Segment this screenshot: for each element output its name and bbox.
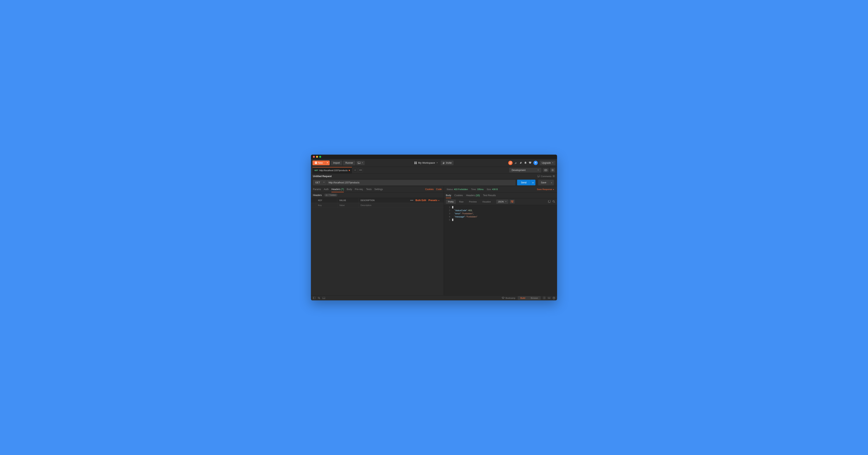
- view-raw[interactable]: Raw: [457, 200, 466, 204]
- env-preview-icon[interactable]: [543, 168, 549, 172]
- url-input[interactable]: [327, 180, 516, 185]
- layout-icon[interactable]: [543, 297, 546, 299]
- person-plus-icon: [443, 162, 445, 164]
- svg-rect-3: [414, 162, 415, 163]
- copy-icon[interactable]: [548, 200, 551, 203]
- hidden-headers-toggle[interactable]: 7 hidden: [324, 193, 337, 196]
- environment-selector[interactable]: Development ▼: [509, 168, 541, 173]
- tab-headers[interactable]: Headers (7): [332, 186, 344, 192]
- sync-icon[interactable]: [508, 161, 513, 165]
- browse-toggle[interactable]: Browse: [528, 296, 541, 300]
- save-response-button[interactable]: Save Response ▼: [537, 188, 554, 190]
- tab-body[interactable]: Body: [347, 186, 352, 192]
- col-description: DESCRIPTION ••• Bulk Edit Presets ▼: [359, 198, 444, 203]
- bell-icon[interactable]: [524, 161, 527, 164]
- new-button[interactable]: New: [312, 160, 325, 165]
- minimize-window-button[interactable]: [316, 156, 318, 158]
- code-link[interactable]: Code: [436, 188, 442, 191]
- time-value: 195ms: [477, 188, 484, 190]
- import-button[interactable]: Import: [331, 160, 342, 165]
- graduation-icon: [502, 297, 504, 299]
- response-toolbar: Pretty Raw Preview Visualize JSON▼: [444, 199, 557, 205]
- bulk-edit-link[interactable]: Bulk Edit: [415, 199, 426, 202]
- cookies-link[interactable]: Cookies: [425, 188, 434, 191]
- svg-point-10: [552, 170, 553, 171]
- maximize-window-button[interactable]: [319, 156, 321, 158]
- upgrade-label: Upgrade: [542, 161, 551, 164]
- svg-point-24: [548, 297, 549, 298]
- response-pane: Status: 403 Forbidden Time: 195ms Size: …: [444, 186, 557, 295]
- send-dropdown-button[interactable]: ▼: [530, 180, 535, 185]
- svg-point-7: [443, 162, 444, 163]
- eye-icon: [326, 194, 328, 196]
- header-desc-input[interactable]: [361, 204, 442, 206]
- tab-settings[interactable]: Settings: [374, 186, 383, 192]
- tab-params[interactable]: Params: [313, 186, 321, 192]
- resp-tab-cookies[interactable]: Cookies: [454, 193, 463, 198]
- help-icon[interactable]: [553, 297, 555, 299]
- tab-prereq[interactable]: Pre-req.: [355, 186, 363, 192]
- comments-button[interactable]: Comments 0: [537, 175, 555, 178]
- top-right-tools: H Upgrade ▼: [508, 160, 556, 165]
- request-tab[interactable]: GET http://localhost:1337/products: [312, 167, 352, 173]
- invite-button[interactable]: Invite: [441, 160, 454, 165]
- save-button[interactable]: Save: [538, 180, 549, 185]
- satellite-icon[interactable]: [515, 161, 518, 164]
- close-window-button[interactable]: [313, 156, 315, 158]
- svg-point-18: [318, 297, 319, 298]
- new-window-button[interactable]: ▼: [356, 161, 365, 165]
- request-name[interactable]: Untitled Request: [313, 175, 332, 178]
- tab-options-button[interactable]: •••: [358, 168, 363, 173]
- header-key-input[interactable]: [318, 204, 335, 206]
- upgrade-button[interactable]: Upgrade ▼: [540, 160, 556, 165]
- heart-icon[interactable]: [529, 161, 531, 164]
- comment-icon: [537, 175, 540, 177]
- user-avatar[interactable]: H: [533, 161, 538, 165]
- svg-rect-14: [549, 200, 550, 202]
- svg-rect-5: [414, 163, 415, 164]
- svg-rect-23: [548, 297, 550, 299]
- svg-point-15: [553, 201, 554, 202]
- header-row-options[interactable]: •••: [410, 199, 413, 202]
- headers-subheader: Headers 7 hidden: [311, 192, 444, 198]
- resp-tab-headers[interactable]: Headers (10): [466, 193, 480, 198]
- resp-tab-test-results[interactable]: Test Results: [483, 193, 496, 198]
- wrap-lines-button[interactable]: [509, 200, 515, 204]
- sidebar-toggle-icon[interactable]: [313, 297, 315, 299]
- runner-button[interactable]: Runner: [343, 160, 355, 165]
- grid-icon: [414, 162, 417, 164]
- tab-tests[interactable]: Tests: [366, 186, 372, 192]
- presets-dropdown[interactable]: Presets ▼: [429, 199, 440, 202]
- headers-input-row: [311, 203, 444, 208]
- new-tab-button[interactable]: +: [353, 168, 358, 173]
- request-section-tabs: Params Auth Headers (7) Body Pre-req. Te…: [311, 186, 444, 192]
- view-visualize[interactable]: Visualize: [480, 200, 493, 204]
- console-icon[interactable]: [322, 297, 325, 299]
- keyboard-icon[interactable]: [548, 297, 550, 299]
- unsaved-dot-icon: [349, 170, 350, 171]
- format-selector[interactable]: JSON▼: [496, 200, 508, 204]
- comments-count: 0: [552, 175, 555, 177]
- new-button-label: New: [318, 161, 323, 164]
- search-icon[interactable]: [553, 200, 555, 203]
- comments-label: Comments: [541, 175, 551, 178]
- view-pretty[interactable]: Pretty: [446, 200, 456, 204]
- svg-point-9: [546, 170, 546, 171]
- tab-auth[interactable]: Auth: [324, 186, 329, 192]
- wrench-icon[interactable]: [520, 161, 522, 164]
- invite-label: Invite: [446, 161, 452, 164]
- view-preview[interactable]: Preview: [467, 200, 479, 204]
- method-selector[interactable]: GET: [313, 180, 327, 185]
- find-icon[interactable]: [318, 297, 320, 299]
- save-dropdown-button[interactable]: ▼: [549, 180, 554, 185]
- build-toggle[interactable]: Build: [518, 296, 528, 300]
- send-button[interactable]: Send: [517, 180, 530, 185]
- new-dropdown-button[interactable]: ▼: [325, 160, 330, 165]
- header-value-input[interactable]: [339, 204, 356, 206]
- env-settings-icon[interactable]: [550, 168, 555, 172]
- headers-section-label: Headers: [313, 194, 322, 196]
- workspace-dropdown[interactable]: My Workspace ▼: [414, 161, 438, 164]
- response-body[interactable]: 1 2 "statusCode": 403, 3 "error": "Forbi…: [444, 205, 557, 295]
- resp-tab-body[interactable]: Body: [446, 193, 451, 198]
- bootcamp-link[interactable]: Bootcamp: [502, 297, 515, 299]
